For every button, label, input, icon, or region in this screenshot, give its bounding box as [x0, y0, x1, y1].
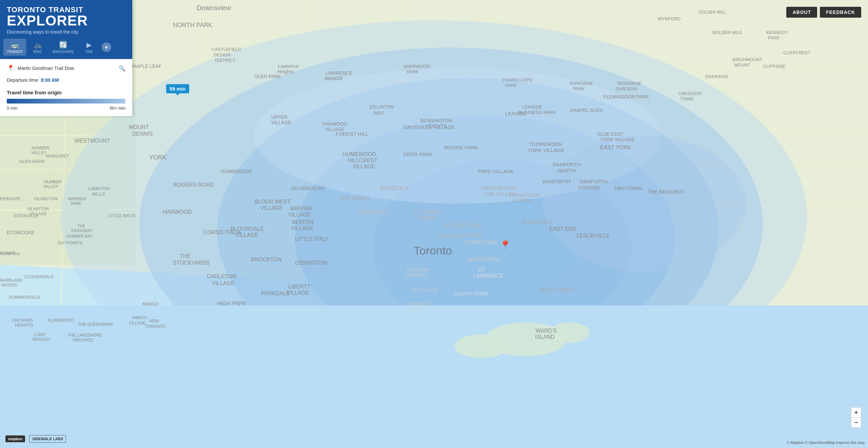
svg-text:MOUNT: MOUNT	[734, 62, 750, 68]
bottom-logos: mapbox SIDEWALK LABS	[5, 435, 66, 443]
svg-text:LITTLE MALTA: LITTLE MALTA	[108, 213, 136, 218]
svg-text:CITYPLACE: CITYPLACE	[412, 287, 438, 293]
svg-text:VILLAGE: VILLAGE	[212, 280, 235, 286]
svg-text:THE: THE	[180, 253, 191, 259]
svg-text:WOODS: WOODS	[1, 283, 17, 287]
svg-text:DISTRICT: DISTRICT	[405, 272, 429, 278]
location-input[interactable]	[18, 66, 115, 71]
svg-text:CRESCENT: CRESCENT	[678, 91, 703, 96]
mapbox-logo-text: mapbox	[8, 437, 22, 441]
svg-text:ROGERS ROAD: ROGERS ROAD	[173, 182, 214, 188]
svg-text:NORTH PARK: NORTH PARK	[173, 22, 212, 29]
svg-text:SIX POINTS: SIX POINTS	[58, 240, 82, 245]
svg-text:MIMICO: MIMICO	[132, 315, 147, 320]
svg-text:YORK VILLAGE: YORK VILLAGE	[600, 137, 635, 142]
svg-text:LONG: LONG	[34, 332, 45, 337]
tab-bike[interactable]: 🚲 BIKE	[27, 39, 48, 56]
svg-text:QUAY: QUAY	[410, 307, 422, 312]
tra-icon: ▶	[86, 41, 92, 49]
svg-text:BIRCHMOUNT: BIRCHMOUNT	[732, 57, 762, 62]
svg-text:HUMBER: HUMBER	[32, 146, 50, 150]
svg-text:THE LAKESHORE: THE LAKESHORE	[68, 333, 102, 338]
tab-transit[interactable]: 🚌 TRANSIT	[3, 39, 26, 56]
travel-time-label: Travel time from origin	[7, 90, 125, 95]
tab-bikeshare[interactable]: 🔄 BIKESHARE	[49, 39, 77, 56]
svg-text:MOUNT: MOUNT	[129, 124, 149, 130]
svg-text:PARK: PARK	[407, 69, 419, 74]
svg-text:EGLINTON: EGLINTON	[370, 104, 394, 110]
svg-text:BRANCH: BRANCH	[33, 337, 50, 342]
svg-text:BUSINESS PARK: BUSINESS PARK	[518, 110, 556, 115]
svg-text:CLIFFCREST: CLIFFCREST	[783, 50, 810, 55]
svg-text:MARKLAND: MARKLAND	[0, 278, 23, 283]
svg-text:MIMICO: MIMICO	[142, 301, 159, 306]
travel-time-gradient	[7, 99, 125, 104]
search-icon[interactable]: 🔍	[119, 65, 125, 72]
svg-text:LEASIDE: LEASIDE	[522, 104, 542, 110]
svg-text:TODMORDEN: TODMORDEN	[529, 141, 562, 147]
top-buttons: ABOUT FEEDBACK	[786, 7, 861, 18]
departure-row: Departure time 8:00 AM	[7, 77, 125, 83]
svg-text:FASHION: FASHION	[407, 267, 429, 273]
svg-text:MARGARET: MARGARET	[46, 154, 70, 158]
svg-text:EATONVILLE: EATONVILLE	[14, 213, 38, 218]
map-marker[interactable]: 📍	[499, 240, 511, 251]
svg-text:VALLEY: VALLEY	[31, 150, 46, 155]
svg-text:CHAPEL GLEN: CHAPEL GLEN	[570, 108, 603, 113]
svg-text:NEW: NEW	[149, 319, 159, 323]
svg-text:DANFORTH BY: DANFORTH BY	[481, 185, 518, 191]
svg-text:LAWRENCE: LAWRENCE	[473, 273, 504, 279]
svg-text:STOCKYARDS: STOCKYARDS	[173, 260, 210, 266]
svg-text:PARK: PARK	[505, 83, 517, 88]
svg-text:HILLCREST: HILLCREST	[348, 157, 377, 163]
svg-text:VILLAGE: VILLAGE	[260, 205, 283, 211]
svg-text:PARKVIEW: PARKVIEW	[570, 81, 593, 86]
departure-time[interactable]: 8:00 AM	[41, 77, 59, 83]
svg-text:SEATON: SEATON	[292, 219, 313, 225]
tab-tra-label: TRA	[85, 50, 93, 54]
zoom-out-button[interactable]: −	[851, 417, 861, 428]
svg-text:FLEMINGDON PARK: FLEMINGDON PARK	[604, 94, 649, 99]
svg-text:VILLAGE: VILLAGE	[236, 232, 258, 238]
departure-label: Departure time	[7, 77, 38, 83]
svg-point-18	[454, 334, 509, 358]
tab-tra[interactable]: ▶ TRA	[79, 39, 99, 56]
svg-text:GROUNDS: GROUNDS	[73, 338, 93, 342]
svg-text:YORK: YORK	[149, 154, 166, 161]
svg-text:MOSS PARK: MOSS PARK	[468, 257, 500, 262]
svg-text:LITTLE ITALY: LITTLE ITALY	[295, 236, 329, 242]
sidebar: TORONTO TRANSIT EXPLORER Discovering way…	[0, 0, 132, 116]
svg-text:PARK: PARK	[71, 201, 81, 206]
bikeshare-icon: 🔄	[59, 41, 67, 49]
tooltip-text: 59 min	[170, 86, 186, 92]
svg-text:GOLDEN MILL: GOLDEN MILL	[698, 10, 726, 15]
svg-text:WARREN: WARREN	[68, 197, 86, 201]
add-mode-button[interactable]: +	[102, 42, 111, 52]
svg-text:PARK: PARK	[573, 86, 585, 91]
svg-text:Downsview: Downsview	[197, 4, 231, 12]
svg-text:VILLAGE: VILLAGE	[325, 127, 344, 132]
svg-text:HUMEWOOD: HUMEWOOD	[342, 151, 376, 157]
about-button[interactable]: ABOUT	[786, 7, 817, 18]
svg-text:OAKWOOD: OAKWOOD	[322, 121, 348, 127]
sidebar-content: 📍 🔍 Departure time 8:00 AM Travel time f…	[0, 59, 132, 116]
svg-text:GOLDEN MILE: GOLDEN MILE	[712, 30, 742, 35]
svg-text:ALDERWOOD: ALDERWOOD	[47, 318, 74, 323]
svg-text:NORTH: NORTH	[514, 198, 532, 203]
svg-text:PLYMPTON: PLYMPTON	[0, 252, 20, 256]
svg-text:WYNFORD: WYNFORD	[658, 16, 680, 21]
svg-text:CABBAGE TOWN: CABBAGE TOWN	[437, 233, 481, 239]
location-row: 📍 🔍	[7, 64, 125, 72]
svg-text:EAST END: EAST END	[549, 226, 576, 232]
svg-text:VILLAGE: VILLAGE	[353, 164, 375, 169]
zoom-in-button[interactable]: +	[851, 407, 861, 417]
svg-text:PARKDALE: PARKDALE	[261, 291, 290, 296]
bike-icon: 🚲	[34, 41, 42, 49]
svg-text:REGENT PARK: REGENT PARK	[444, 223, 483, 228]
svg-text:ERINGATE: ERINGATE	[0, 197, 20, 201]
svg-text:LESLIEVILLE: LESLIEVILLE	[576, 233, 610, 239]
sidebar-header: TORONTO TRANSIT EXPLORER Discovering way…	[0, 0, 132, 39]
map-attribution: © Mapbox © OpenStreetMap Improve this ma…	[787, 441, 865, 445]
svg-text:GLEN AGAR: GLEN AGAR	[19, 159, 44, 164]
feedback-button[interactable]: FEEDBACK	[820, 7, 861, 18]
